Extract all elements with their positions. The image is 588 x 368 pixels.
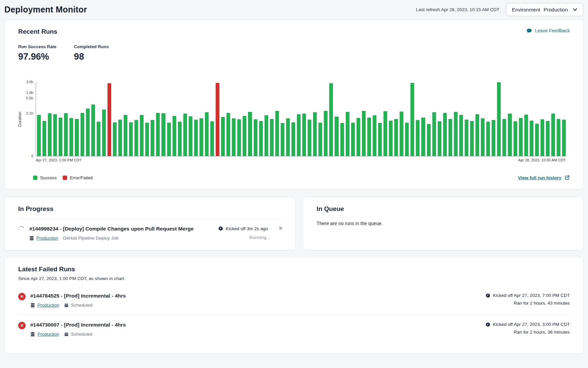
chart-bar-success[interactable] — [48, 113, 52, 156]
chart-bar-success[interactable] — [113, 122, 117, 156]
environment-link[interactable]: Production — [37, 332, 59, 337]
chart-bar-success[interactable] — [340, 123, 344, 156]
chart-bar-success[interactable] — [405, 123, 409, 156]
chart-bar-success[interactable] — [551, 114, 555, 156]
view-full-run-history-link[interactable]: View full run history — [518, 175, 570, 180]
chart-bar-success[interactable] — [324, 111, 328, 156]
chart-bar-success[interactable] — [438, 121, 441, 156]
chart-bar-success[interactable] — [156, 113, 160, 156]
environment-link[interactable]: Production — [36, 236, 58, 241]
chart-bar-failed[interactable] — [107, 83, 111, 156]
chart-bar-success[interactable] — [389, 121, 393, 156]
chart-bar-success[interactable] — [432, 112, 436, 156]
chart-bar-success[interactable] — [357, 118, 360, 156]
chart-bar-success[interactable] — [173, 116, 176, 156]
chart-bar-success[interactable] — [199, 118, 203, 156]
chart-bar-success[interactable] — [291, 122, 295, 156]
chart-bar-success[interactable] — [410, 83, 414, 156]
chart-bar-success[interactable] — [259, 121, 263, 156]
chart-bar-success[interactable] — [318, 123, 322, 156]
environment-link[interactable]: Production — [37, 303, 59, 308]
chart-bar-success[interactable] — [492, 120, 495, 156]
chart-bar-success[interactable] — [59, 118, 62, 156]
chart-bar-success[interactable] — [151, 120, 154, 156]
chart-bar-success[interactable] — [243, 116, 246, 156]
chart-bar-success[interactable] — [42, 121, 46, 156]
chart-bar-success[interactable] — [443, 113, 447, 156]
chart-bar-success[interactable] — [221, 117, 225, 156]
chart-bar-success[interactable] — [210, 121, 214, 156]
chart-bar-success[interactable] — [308, 120, 311, 156]
chart-bar-success[interactable] — [91, 104, 95, 156]
leave-feedback-link[interactable]: Leave Feedback — [526, 28, 570, 33]
chart-bar-success[interactable] — [351, 123, 355, 156]
chart-bar-success[interactable] — [313, 112, 317, 156]
chart-bar-success[interactable] — [270, 119, 274, 156]
chart-bar-success[interactable] — [329, 83, 333, 156]
chart-bar-success[interactable] — [459, 115, 463, 156]
chart-bar-success[interactable] — [183, 114, 187, 156]
chart-bar-success[interactable] — [367, 118, 371, 156]
chart-bar-success[interactable] — [497, 82, 501, 156]
chart-bar-success[interactable] — [281, 123, 284, 156]
chart-bar-success[interactable] — [167, 123, 171, 156]
chart-bar-success[interactable] — [64, 113, 68, 156]
chart-bar-success[interactable] — [530, 121, 533, 156]
chart-bar-success[interactable] — [145, 123, 149, 156]
chart-bar-success[interactable] — [427, 124, 431, 156]
chart-bar-success[interactable] — [470, 121, 474, 156]
chart-bar-success[interactable] — [557, 119, 560, 156]
close-icon[interactable]: ✕ — [278, 226, 283, 231]
chart-bar-success[interactable] — [86, 109, 90, 156]
chart-bar-success[interactable] — [297, 114, 301, 156]
chart-bar-success[interactable] — [75, 119, 79, 156]
chart-bar-success[interactable] — [378, 123, 382, 156]
chart-bar-success[interactable] — [37, 115, 41, 156]
chart-bar-success[interactable] — [275, 111, 279, 156]
chart-bar-success[interactable] — [394, 119, 398, 156]
chart-bar-success[interactable] — [335, 117, 338, 156]
chart-bar-success[interactable] — [248, 112, 252, 156]
chart-bar-success[interactable] — [194, 120, 198, 156]
chart-bar-success[interactable] — [134, 120, 138, 156]
chart-bar-success[interactable] — [486, 122, 490, 156]
chart-bar-success[interactable] — [373, 115, 376, 156]
chart-bar-success[interactable] — [124, 115, 127, 156]
chart-bar-success[interactable] — [502, 119, 506, 156]
chart-bar-success[interactable] — [481, 118, 485, 156]
chart-bar-success[interactable] — [226, 113, 230, 156]
chart-bar-success[interactable] — [102, 110, 106, 156]
chart-bar-success[interactable] — [81, 113, 84, 156]
chart-bar-success[interactable] — [205, 112, 209, 156]
chart-bar-success[interactable] — [421, 118, 425, 156]
chart-bar-success[interactable] — [508, 114, 512, 156]
chart-bar-success[interactable] — [129, 122, 133, 156]
chart-bar-success[interactable] — [546, 121, 550, 156]
chart-bar-success[interactable] — [448, 119, 452, 156]
chart-bar-success[interactable] — [562, 120, 566, 156]
chart-bar-success[interactable] — [189, 116, 192, 156]
chart-bar-success[interactable] — [535, 124, 539, 156]
chart-bar-success[interactable] — [69, 118, 73, 156]
chart-bar-success[interactable] — [416, 120, 420, 156]
chart-bar-success[interactable] — [454, 112, 458, 156]
chart-bar-success[interactable] — [400, 112, 403, 156]
chart-bar-success[interactable] — [161, 113, 165, 156]
chart-bar-success[interactable] — [362, 111, 366, 156]
chart-bar-success[interactable] — [519, 118, 523, 156]
chart-bar-success[interactable] — [514, 121, 517, 156]
chart-bar-success[interactable] — [265, 115, 268, 156]
chart-bar-success[interactable] — [346, 112, 349, 156]
chart-bar-success[interactable] — [178, 122, 182, 156]
chart-bar-success[interactable] — [475, 114, 479, 156]
chart-bar-success[interactable] — [53, 114, 57, 156]
chart-bar-failed[interactable] — [216, 83, 219, 156]
chart-bar-success[interactable] — [118, 120, 122, 156]
chart-bar-success[interactable] — [237, 119, 241, 156]
chart-bar-success[interactable] — [232, 118, 236, 156]
chart-bar-success[interactable] — [465, 120, 468, 156]
chart-bar-success[interactable] — [302, 114, 306, 156]
chart-bar-success[interactable] — [140, 115, 144, 156]
chart-bar-success[interactable] — [97, 122, 100, 156]
chart-bar-success[interactable] — [540, 119, 544, 156]
